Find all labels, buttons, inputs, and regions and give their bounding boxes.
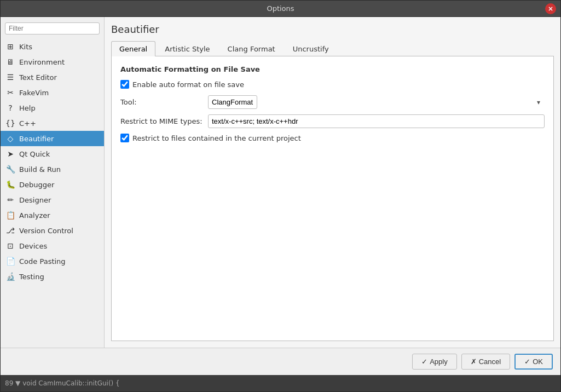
- analyzer-icon: 📋: [6, 211, 15, 220]
- sidebar-item-devices[interactable]: ⊡ Devices: [1, 238, 104, 253]
- tool-label: Tool:: [120, 98, 208, 106]
- mime-label: Restrict to MIME types:: [120, 117, 208, 125]
- footer: ✓ Apply ✗ Cancel ✓ OK: [1, 348, 560, 375]
- sidebar-item-debugger[interactable]: 🐛 Debugger: [1, 177, 104, 192]
- sidebar: ⊞ Kits 🖥 Environment ☰ Text Editor ✂ Fak…: [1, 17, 105, 348]
- cpp-icon: {}: [6, 119, 15, 128]
- sidebar-item-text-editor[interactable]: ☰ Text Editor: [1, 70, 104, 85]
- sidebar-item-fakevim[interactable]: ✂ FakeVim: [1, 85, 104, 100]
- page-title: Beautifier: [111, 24, 554, 35]
- sidebar-item-cpp[interactable]: {} C++: [1, 116, 104, 131]
- tab-artistic-style[interactable]: Artistic Style: [157, 41, 218, 56]
- filter-input[interactable]: [5, 22, 100, 34]
- tool-row: Tool: ClangFormat Artistic Style Uncrust…: [120, 95, 545, 109]
- sidebar-item-label: Version Control: [19, 227, 73, 235]
- sidebar-item-environment[interactable]: 🖥 Environment: [1, 54, 104, 70]
- titlebar: Options ×: [1, 1, 560, 17]
- testing-icon: 🔬: [6, 272, 15, 281]
- cancel-button[interactable]: ✗ Cancel: [461, 354, 510, 370]
- restrict-project-row: Restrict to files contained in the curre…: [120, 134, 545, 142]
- build-run-icon: 🔧: [6, 165, 15, 174]
- sidebar-item-label: Debugger: [19, 181, 54, 189]
- apply-label: Apply: [430, 358, 448, 366]
- restrict-project-label: Restrict to files contained in the curre…: [132, 134, 301, 142]
- enable-autformat-row: Enable auto format on file save: [120, 80, 545, 89]
- version-control-icon: ⎇: [6, 226, 15, 235]
- tab-uncrustify[interactable]: Uncrustify: [285, 41, 337, 56]
- enable-autoformat-checkbox[interactable]: [120, 80, 129, 89]
- environment-icon: 🖥: [6, 57, 15, 66]
- sidebar-item-qt-quick[interactable]: ➤ Qt Quick: [1, 146, 104, 162]
- apply-button[interactable]: ✓ Apply: [412, 354, 457, 370]
- debugger-icon: 🐛: [6, 180, 15, 189]
- sidebar-item-beautifier[interactable]: ◇ Beautifier: [1, 131, 104, 146]
- sidebar-item-label: Kits: [19, 43, 32, 51]
- sidebar-item-label: Beautifier: [19, 135, 54, 143]
- main-content: ⊞ Kits 🖥 Environment ☰ Text Editor ✂ Fak…: [1, 17, 560, 348]
- sidebar-item-label: Designer: [19, 196, 51, 204]
- bottom-bar: 89 ▼ void CamImuCalib::initGui() {: [1, 375, 560, 391]
- beautifier-icon: ◇: [6, 134, 15, 143]
- sidebar-item-label: FakeVim: [19, 89, 49, 97]
- sidebar-item-label: Analyzer: [19, 211, 50, 220]
- cancel-icon: ✗: [471, 358, 477, 366]
- help-icon: ?: [6, 103, 15, 112]
- text-editor-icon: ☰: [6, 73, 15, 82]
- window-title: Options: [267, 4, 294, 13]
- designer-icon: ✏: [6, 195, 15, 204]
- bottom-bar-text: 89 ▼ void CamImuCalib::initGui() {: [5, 379, 120, 387]
- sidebar-item-label: Help: [19, 104, 36, 112]
- tab-clang-format[interactable]: Clang Format: [219, 41, 284, 56]
- tool-select[interactable]: ClangFormat Artistic Style Uncrustify: [208, 95, 257, 109]
- close-button[interactable]: ×: [545, 3, 556, 14]
- mime-input[interactable]: [208, 114, 545, 128]
- devices-icon: ⊡: [6, 241, 15, 250]
- tab-general[interactable]: General: [111, 41, 155, 56]
- qt-quick-icon: ➤: [6, 149, 15, 158]
- cancel-label: Cancel: [479, 358, 501, 366]
- sidebar-item-kits[interactable]: ⊞ Kits: [1, 39, 104, 54]
- fakevim-icon: ✂: [6, 88, 15, 97]
- sidebar-item-label: C++: [19, 119, 36, 128]
- sidebar-item-testing[interactable]: 🔬 Testing: [1, 269, 104, 284]
- mime-row: Restrict to MIME types:: [120, 114, 545, 128]
- ok-button[interactable]: ✓ OK: [514, 354, 553, 370]
- sidebar-item-label: Qt Quick: [19, 150, 50, 158]
- enable-autoformat-label: Enable auto format on file save: [132, 80, 244, 89]
- tab-bar: General Artistic Style Clang Format Uncr…: [111, 41, 554, 56]
- close-icon: ×: [548, 5, 553, 13]
- sidebar-item-label: Testing: [19, 273, 44, 281]
- sidebar-item-label: Build & Run: [19, 165, 61, 174]
- sidebar-item-build-run[interactable]: 🔧 Build & Run: [1, 162, 104, 177]
- sidebar-item-label: Devices: [19, 242, 47, 250]
- sidebar-item-label: Environment: [19, 58, 65, 66]
- section-title: Automatic Formatting on File Save: [120, 65, 545, 73]
- sidebar-item-designer[interactable]: ✏ Designer: [1, 192, 104, 207]
- content-area: Beautifier General Artistic Style Clang …: [105, 17, 560, 348]
- sidebar-item-help[interactable]: ? Help: [1, 100, 104, 116]
- code-pasting-icon: 📄: [6, 257, 15, 266]
- sidebar-item-label: Code Pasting: [19, 257, 66, 266]
- tab-content-general: Automatic Formatting on File Save Enable…: [111, 56, 554, 341]
- sidebar-item-code-pasting[interactable]: 📄 Code Pasting: [1, 253, 104, 269]
- sidebar-item-version-control[interactable]: ⎇ Version Control: [1, 223, 104, 238]
- restrict-project-checkbox[interactable]: [120, 134, 129, 142]
- ok-label: OK: [533, 358, 543, 366]
- ok-icon: ✓: [524, 358, 530, 366]
- kits-icon: ⊞: [6, 42, 15, 51]
- sidebar-item-label: Text Editor: [19, 73, 57, 82]
- tool-select-wrapper: ClangFormat Artistic Style Uncrustify: [208, 95, 545, 109]
- apply-icon: ✓: [421, 358, 427, 366]
- sidebar-item-analyzer[interactable]: 📋 Analyzer: [1, 207, 104, 223]
- main-window: Options × ⊞ Kits 🖥 Environment ☰ Text Ed…: [0, 0, 561, 392]
